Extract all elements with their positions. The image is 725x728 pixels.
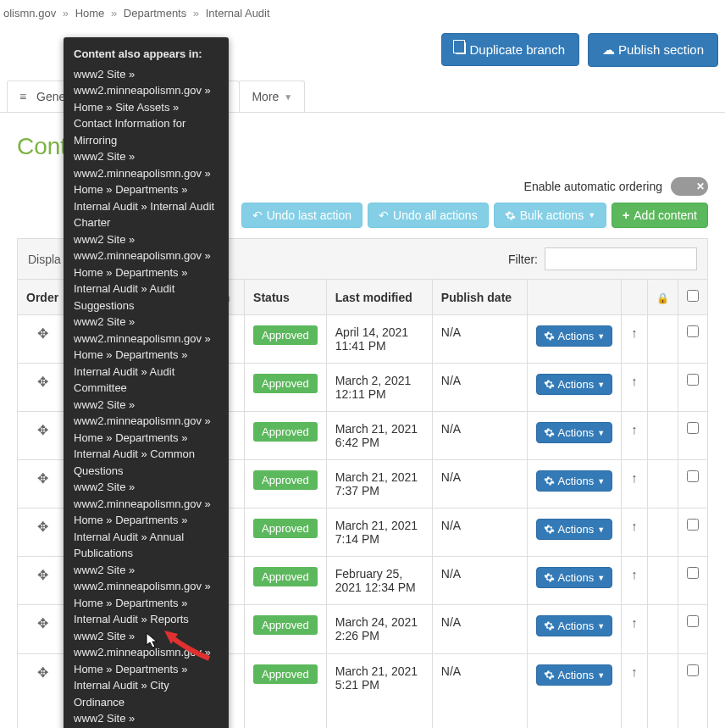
- lock-cell: [647, 364, 678, 412]
- tooltip-path: www2 Site » www2.minneapolismn.gov » Hom…: [74, 231, 219, 314]
- enable-ordering-toggle[interactable]: ✕: [671, 177, 708, 196]
- publish-cell: N/A: [432, 508, 527, 557]
- lock-cell: [647, 315, 678, 364]
- lock-cell: [647, 412, 678, 460]
- duplicate-branch-button[interactable]: Duplicate branch: [441, 33, 579, 66]
- lock-cell: [647, 508, 678, 557]
- status-badge: Approved: [253, 422, 318, 442]
- modified-cell: March 21, 2021 5:21 PM: [326, 654, 432, 729]
- cursor-pointer: [146, 632, 159, 649]
- caret-down-icon: ▼: [284, 92, 292, 102]
- row-actions-button[interactable]: Actions ▼: [536, 567, 613, 588]
- move-up-button[interactable]: ↑: [631, 374, 638, 388]
- publish-cell: N/A: [432, 557, 527, 605]
- col-status[interactable]: Status: [245, 280, 327, 315]
- col-arrow: [622, 280, 648, 315]
- row-checkbox[interactable]: [687, 567, 699, 579]
- row-actions-button[interactable]: Actions ▼: [536, 615, 613, 636]
- move-up-button[interactable]: ↑: [631, 470, 638, 485]
- move-handle[interactable]: ✥: [37, 375, 48, 389]
- filter-label: Filter:: [508, 253, 538, 266]
- lock-cell: [647, 557, 678, 605]
- bulk-actions-button[interactable]: Bulk actions ▼: [494, 203, 606, 228]
- breadcrumb-item[interactable]: Departments: [124, 7, 186, 19]
- modified-cell: April 14, 2021 11:41 PM: [326, 315, 432, 364]
- col-modified[interactable]: Last modified: [326, 280, 432, 315]
- move-handle[interactable]: ✥: [37, 616, 48, 631]
- select-all-checkbox[interactable]: [687, 290, 699, 302]
- move-handle[interactable]: ✥: [37, 568, 48, 582]
- row-checkbox[interactable]: [687, 519, 699, 531]
- col-actions: [527, 280, 622, 315]
- row-actions-button[interactable]: Actions ▼: [536, 519, 613, 540]
- row-actions-button[interactable]: Actions ▼: [536, 374, 613, 395]
- move-up-button[interactable]: ↑: [631, 567, 638, 581]
- status-badge: Approved: [253, 615, 318, 635]
- row-checkbox[interactable]: [687, 470, 699, 482]
- status-badge: Approved: [253, 567, 318, 586]
- publish-section-button[interactable]: Publish section: [588, 33, 718, 67]
- undo-last-button[interactable]: Undo last action: [241, 203, 362, 228]
- move-up-button[interactable]: ↑: [631, 325, 638, 340]
- plus-icon: [623, 208, 629, 222]
- display-label: Displa: [28, 253, 61, 266]
- status-badge: Approved: [253, 374, 318, 393]
- tab-more[interactable]: More ▼: [239, 81, 305, 112]
- modified-cell: March 21, 2021 7:37 PM: [326, 460, 432, 508]
- publish-cell: N/A: [432, 315, 527, 364]
- modified-cell: February 25, 2021 12:34 PM: [326, 557, 432, 605]
- breadcrumb-item[interactable]: Home: [75, 7, 105, 19]
- breadcrumb: olismn.gov » Home » Departments » Intern…: [0, 0, 725, 26]
- tooltip-path: www2 Site » www2.minneapolismn.gov » Hom…: [74, 397, 219, 480]
- modified-cell: March 21, 2021 6:42 PM: [326, 412, 432, 460]
- filter-input[interactable]: [545, 247, 697, 270]
- toggle-off-icon: ✕: [696, 181, 705, 192]
- row-checkbox[interactable]: [687, 325, 699, 337]
- move-up-button[interactable]: ↑: [631, 519, 638, 533]
- move-handle[interactable]: ✥: [37, 520, 48, 534]
- enable-ordering-label: Enable automatic ordering: [524, 180, 662, 193]
- move-handle[interactable]: ✥: [37, 423, 48, 437]
- tooltip-path: www2 Site » www2.minneapolismn.gov » Hom…: [74, 562, 219, 628]
- breadcrumb-item[interactable]: olismn.gov: [3, 7, 56, 19]
- move-handle[interactable]: ✥: [37, 326, 48, 341]
- move-handle[interactable]: ✥: [37, 471, 48, 486]
- row-actions-button[interactable]: Actions ▼: [536, 325, 613, 347]
- col-check-all[interactable]: [678, 280, 707, 315]
- tooltip-path: www2 Site » www2.minneapolismn.gov » Hom…: [74, 314, 219, 397]
- col-lock: [647, 280, 678, 315]
- lock-cell: [647, 460, 678, 508]
- undo-icon: [252, 208, 263, 222]
- status-badge: Approved: [253, 519, 318, 538]
- col-publish[interactable]: Publish date: [432, 280, 527, 315]
- row-checkbox[interactable]: [687, 664, 699, 676]
- lock-cell: [647, 605, 678, 654]
- undo-all-button[interactable]: Undo all actions: [368, 203, 489, 228]
- row-checkbox[interactable]: [687, 615, 699, 627]
- tooltip-title: Content also appears in:: [74, 46, 219, 63]
- row-actions-button[interactable]: Actions ▼: [536, 470, 613, 492]
- move-up-button[interactable]: ↑: [631, 664, 638, 679]
- row-actions-button[interactable]: Actions ▼: [536, 422, 613, 443]
- row-actions-button[interactable]: Actions ▼: [536, 664, 613, 686]
- publish-cell: N/A: [432, 605, 527, 654]
- cloud-icon: [602, 42, 615, 57]
- col-order[interactable]: Order: [18, 280, 68, 315]
- caret-down-icon: ▼: [588, 211, 595, 220]
- annotation-arrow: [163, 629, 213, 663]
- add-content-button[interactable]: Add content: [612, 203, 708, 228]
- row-checkbox[interactable]: [687, 422, 699, 434]
- row-checkbox[interactable]: [687, 374, 699, 386]
- lock-cell: [647, 654, 678, 729]
- breadcrumb-item[interactable]: Internal Audit: [206, 7, 270, 19]
- tooltip-path: www2 Site » www2.minneapolismn.gov » Hom…: [74, 66, 219, 149]
- status-badge: Approved: [253, 664, 318, 684]
- publish-cell: N/A: [432, 412, 527, 460]
- move-up-button[interactable]: ↑: [631, 422, 638, 436]
- move-handle[interactable]: ✥: [37, 665, 48, 680]
- move-up-button[interactable]: ↑: [631, 615, 638, 630]
- tooltip-path: www2 Site » www2.minneapolismn.gov » Hom…: [74, 479, 219, 562]
- undo-icon: [379, 208, 389, 222]
- copy-icon: [456, 42, 466, 54]
- modified-cell: March 21, 2021 7:14 PM: [326, 508, 432, 557]
